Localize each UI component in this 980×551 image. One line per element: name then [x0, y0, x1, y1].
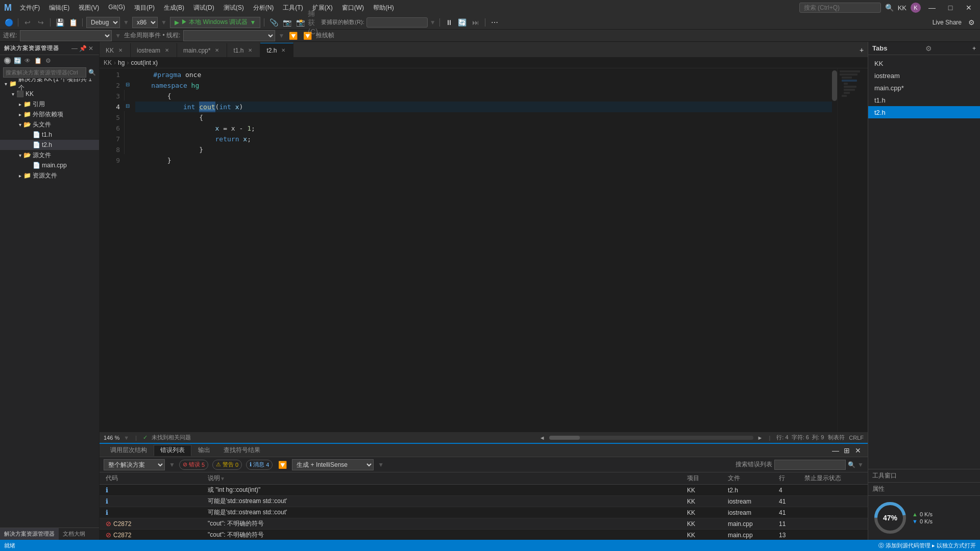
new-tab-btn[interactable]: + — [855, 43, 868, 57]
menu-project[interactable]: 项目(P) — [130, 3, 159, 13]
tab-iostream[interactable]: iostream ✕ — [131, 43, 177, 57]
tab-iostream-close[interactable]: ✕ — [163, 47, 170, 54]
menu-view[interactable]: 视图(V) — [75, 3, 103, 13]
tab-error-list[interactable]: 错误列表 — [154, 445, 191, 456]
tool-windows-section[interactable]: 工具窗口 — [868, 469, 980, 482]
menu-git[interactable]: Git(G) — [104, 3, 129, 13]
debug-config-select[interactable]: Debug — [86, 17, 120, 28]
sidebar-search-input[interactable] — [3, 67, 86, 78]
tree-references[interactable]: ▸ 📁 引用 — [0, 99, 99, 109]
error-row-5[interactable]: ⊘ C2872 "cout": 不明确的符号 KK main.cpp 13 — [100, 530, 868, 540]
filter-1-btn[interactable]: 🔽 — [287, 30, 299, 41]
camera-btn[interactable]: 📸 — [295, 17, 306, 28]
menu-file[interactable]: 文件(F) — [16, 3, 44, 13]
save-btn[interactable]: 💾 — [54, 17, 65, 28]
build-filter-select[interactable]: 生成 + IntelliSense — [292, 459, 374, 470]
tab-kk-close[interactable]: ✕ — [117, 47, 124, 54]
tree-maincpp[interactable]: 📄 main.cpp — [0, 160, 99, 170]
col-file[interactable]: 文件 — [726, 472, 777, 484]
search-icon[interactable]: 🔍 — [885, 4, 894, 12]
gear-icon[interactable]: ⚙ — [925, 44, 932, 53]
pause-btn[interactable]: ⏸ — [444, 17, 455, 28]
error-search-input[interactable] — [774, 460, 846, 470]
menu-window[interactable]: 窗口(W) — [338, 3, 368, 13]
panel-close-btn[interactable]: ✕ — [852, 445, 864, 456]
fold-namespace[interactable]: ⊟ — [124, 79, 131, 90]
menu-build[interactable]: 生成(B) — [160, 3, 188, 13]
fold-func[interactable]: ⊟ — [124, 101, 131, 111]
tree-t2h[interactable]: 📄 t2.h — [0, 140, 99, 150]
maximize-button[interactable]: □ — [943, 2, 958, 13]
tab-t1h-close[interactable]: ✕ — [247, 47, 254, 54]
filter-toggle-btn[interactable]: 🔽 — [277, 459, 288, 470]
minimize-button[interactable]: — — [925, 2, 939, 13]
tab-kk[interactable]: KK ✕ — [100, 43, 131, 57]
editor-scrollbar[interactable] — [832, 68, 837, 432]
error-row-2[interactable]: ℹ 可能是'std::ostream std::cout' KK iostrea… — [100, 496, 868, 507]
arch-select[interactable]: x86 — [132, 17, 158, 28]
col-line[interactable]: 行 — [777, 472, 802, 484]
error-table[interactable]: ℹ 或 "int hg::cout(int)" KK t2.h 4 ℹ 可能是'… — [100, 485, 868, 540]
tree-external-deps[interactable]: ▸ 📁 外部依赖项 — [0, 109, 99, 119]
plus-tab-btn[interactable]: + — [972, 45, 976, 52]
tabs-item-kk[interactable]: KK — [868, 57, 980, 69]
pending-btn[interactable]: 📋 — [34, 57, 42, 65]
outline-tab[interactable]: 文档大纲 — [59, 528, 89, 540]
screenshot-btn[interactable]: 📷 — [281, 17, 292, 28]
code-lines[interactable]: #pragma once namespace hg { — [131, 68, 832, 432]
info-badge[interactable]: ℹ 消息 4 — [246, 460, 273, 470]
menu-tools[interactable]: 工具(T) — [279, 3, 307, 13]
properties-section[interactable]: 属性 — [868, 482, 980, 495]
tree-t1h[interactable]: 📄 t1.h — [0, 130, 99, 140]
menu-debug[interactable]: 调试(D) — [189, 3, 218, 13]
breadcrumb-hg[interactable]: hg — [118, 59, 125, 66]
run-dropdown-icon[interactable]: ▼ — [250, 19, 256, 26]
col-project[interactable]: 项目 — [685, 472, 726, 484]
code-editor[interactable]: 1 2 3 4 5 6 7 8 9 ⊟ ⊟ — [100, 68, 868, 432]
tabs-item-t2h[interactable]: t2.h — [868, 106, 980, 118]
refresh-btn[interactable]: 🔄 — [457, 17, 468, 28]
run-button[interactable]: ▶ ▶ 本地 Windows 调试器 ▼ — [170, 17, 261, 28]
process-select[interactable] — [20, 30, 112, 41]
menu-help[interactable]: 帮助(H) — [369, 3, 398, 13]
tabs-item-iostream[interactable]: iostream — [868, 69, 980, 82]
tabs-item-t1h[interactable]: t1.h — [868, 94, 980, 106]
error-badge[interactable]: ⊘ 错误 5 — [179, 460, 208, 470]
menu-edit[interactable]: 编辑(E) — [45, 3, 74, 13]
error-row-4[interactable]: ⊘ C2872 "cout": 不明确的符号 KK main.cpp 11 — [100, 518, 868, 530]
tree-source-files[interactable]: ▾ 📂 源文件 — [0, 150, 99, 160]
sidebar-collapse-btn[interactable]: — — [70, 44, 79, 53]
thread-select[interactable] — [183, 30, 275, 41]
tree-resource-files[interactable]: ▸ 📁 资源文件 — [0, 170, 99, 181]
scroll-right-btn[interactable]: ► — [757, 435, 763, 441]
horizontal-scrollbar[interactable] — [549, 436, 753, 440]
live-share-btn[interactable]: Live Share — [933, 19, 962, 26]
tab-t1h[interactable]: t1.h ✕ — [227, 43, 260, 57]
sidebar-pin-btn[interactable]: 📌 — [79, 44, 87, 53]
sidebar-close-btn[interactable]: ✕ — [87, 44, 95, 53]
source-control-info[interactable]: ⓪ 添加到源代码管理 ▸ 以独立方式打开 — [878, 542, 976, 549]
step-forward-btn[interactable]: ⏭ — [470, 17, 481, 28]
solution-explorer-tab[interactable]: 解决方案资源管理器 — [0, 528, 59, 540]
col-description[interactable]: 说明 ▾ — [206, 472, 685, 484]
scroll-left-btn[interactable]: ◄ — [540, 435, 545, 441]
panel-float-btn[interactable]: — — [830, 445, 841, 456]
props-btn[interactable]: ⚙ — [44, 57, 52, 65]
menu-test[interactable]: 测试(S) — [219, 3, 248, 13]
search-icon2[interactable]: 🔍 — [848, 461, 855, 468]
tab-output[interactable]: 输出 — [191, 445, 217, 456]
scope-filter-select[interactable]: 整个解决方案 — [104, 459, 165, 470]
tab-maincpp[interactable]: main.cpp* ✕ — [177, 43, 227, 57]
frames-input[interactable] — [366, 17, 428, 28]
redo-btn[interactable]: ↪ — [35, 17, 46, 28]
collapse-all-btn[interactable]: 🔘 — [3, 57, 11, 65]
undo-btn[interactable]: ↩ — [22, 17, 33, 28]
tab-find-symbols[interactable]: 查找符号结果 — [217, 445, 267, 456]
attach-btn[interactable]: 📎 — [268, 17, 279, 28]
save-all-btn[interactable]: 📋 — [67, 17, 79, 28]
show-all-btn[interactable]: 👁 — [23, 57, 32, 65]
warning-badge[interactable]: ⚠ 警告 0 — [212, 460, 242, 470]
breadcrumb-kk[interactable]: KK — [104, 59, 112, 66]
panel-dock-btn[interactable]: ⊞ — [841, 445, 852, 456]
refresh-solution-btn[interactable]: 🔄 — [13, 57, 21, 65]
